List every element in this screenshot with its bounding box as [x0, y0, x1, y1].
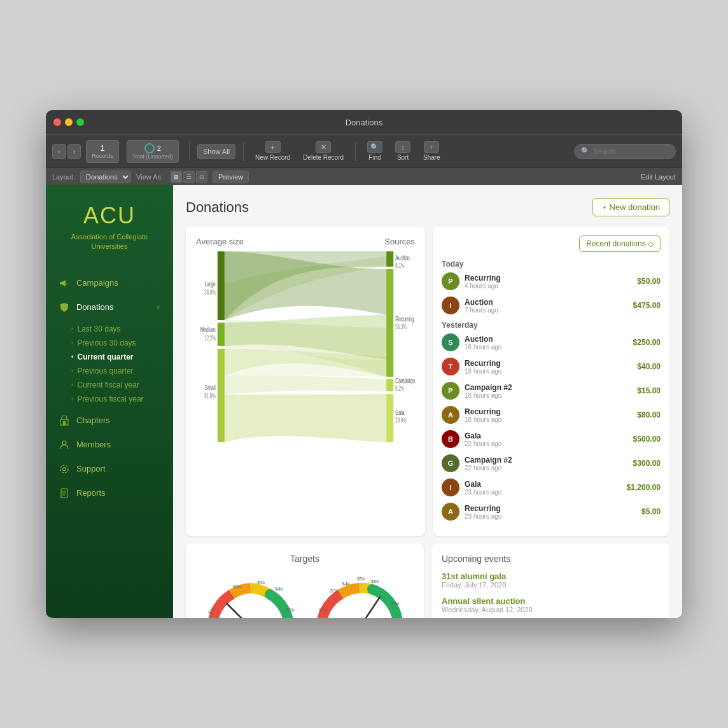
- donation-type: Recurring: [465, 407, 632, 416]
- minimize-btn[interactable]: [65, 118, 73, 126]
- sidebar-item-members[interactable]: Members: [46, 433, 173, 457]
- avatar: I: [442, 297, 459, 314]
- view-icons: ⊞ ☰ ⊟: [171, 171, 207, 183]
- submenu-label: Last 30 days: [78, 325, 121, 333]
- svg-rect-15: [386, 394, 393, 442]
- event-item: 31st alumni gala Friday, July 17, 2020: [442, 571, 659, 589]
- recent-donations-card: Recent donations ◇ Today P Recurring 4 h…: [433, 227, 669, 536]
- donation-amount: $475.00: [633, 301, 661, 310]
- layout-select[interactable]: Donations: [80, 171, 131, 183]
- delete-record-action[interactable]: ✕ Delete Record: [299, 141, 347, 161]
- sidebar-item-campaigns[interactable]: Campaigns: [46, 271, 173, 295]
- sort-action[interactable]: ↕ Sort: [391, 141, 414, 161]
- donation-row: A Recurring 18 hours ago $80.00: [442, 406, 661, 424]
- donation-row: B Gala 22 hours ago $500.00: [442, 430, 661, 448]
- back-button[interactable]: ‹: [52, 144, 66, 159]
- avatar: P: [442, 272, 459, 290]
- view-grid-icon[interactable]: ⊞: [171, 171, 182, 183]
- svg-rect-11: [218, 349, 225, 442]
- search-icon: 🔍: [581, 147, 590, 155]
- support-label: Support: [76, 464, 106, 473]
- view-table-icon[interactable]: ⊟: [196, 171, 207, 183]
- svg-text:Gala: Gala: [395, 409, 405, 416]
- sidebar-item-reports[interactable]: Reports: [46, 481, 173, 505]
- recent-dropdown-button[interactable]: Recent donations ◇: [579, 235, 661, 252]
- find-action[interactable]: 🔍 Find: [363, 141, 386, 161]
- charts-row: Average size Sources: [186, 227, 669, 536]
- new-record-action[interactable]: ＋ New Record: [251, 141, 294, 161]
- donation-time: 23 hours ago: [465, 489, 622, 496]
- donation-row: P Recurring 4 hours ago $50.00: [442, 272, 661, 290]
- page-title: Donations: [186, 199, 249, 216]
- submenu-prev-fiscal[interactable]: Previous fiscal year: [71, 392, 173, 406]
- shield-icon: [59, 302, 70, 313]
- new-donation-button[interactable]: + New donation: [592, 198, 669, 216]
- sidebar-item-support[interactable]: Support: [46, 457, 173, 481]
- view-list-icon[interactable]: ☰: [183, 171, 195, 183]
- donation-time: 23 hours ago: [465, 513, 636, 520]
- svg-rect-10: [218, 323, 225, 346]
- sankey-chart: Large 36.0% Medium 12.2% Small 51.8% Auc…: [196, 251, 415, 442]
- donation-time: 22 hours ago: [465, 465, 628, 472]
- event-name[interactable]: Annual silent auction: [442, 596, 659, 606]
- show-all-button[interactable]: Show All: [197, 144, 235, 159]
- total-label: 2: [157, 144, 161, 152]
- share-action[interactable]: ↑ Share: [419, 141, 444, 161]
- sidebar-logo: ACU Association of CollegiateUniversitie…: [46, 198, 173, 265]
- submenu-current-fiscal[interactable]: Current fiscal year: [71, 378, 173, 392]
- edit-layout-button[interactable]: Edit Layout: [641, 173, 676, 181]
- donation-amount: $80.00: [637, 410, 661, 419]
- sidebar-item-donations[interactable]: Donations ∨: [46, 295, 173, 319]
- svg-text:Large: Large: [204, 280, 215, 288]
- search-box[interactable]: 🔍 Search: [574, 144, 676, 159]
- fullscreen-btn[interactable]: [76, 118, 84, 126]
- donations-label: Donations: [76, 302, 114, 312]
- find-label: Find: [368, 154, 381, 161]
- event-name[interactable]: 31st alumni gala: [442, 571, 659, 581]
- share-icon: ↑: [424, 141, 439, 153]
- nav-buttons: ‹ ›: [52, 144, 81, 159]
- donation-info: Gala 23 hours ago: [465, 480, 622, 496]
- svg-point-2: [62, 441, 66, 445]
- avatar: A: [442, 503, 459, 521]
- bottom-row: Targets: [186, 543, 669, 618]
- preview-button[interactable]: Preview: [213, 171, 249, 183]
- yesterday-label: Yesterday: [442, 321, 661, 330]
- donation-info: Campaign #2 22 hours ago: [465, 456, 628, 472]
- svg-text:Medium: Medium: [200, 326, 216, 333]
- donation-info: Recurring 18 hours ago: [465, 359, 632, 375]
- submenu-last30[interactable]: Last 30 days: [71, 322, 173, 336]
- traffic-lights: [53, 118, 84, 126]
- donation-type: Campaign #2: [465, 383, 632, 392]
- submenu-current-quarter[interactable]: Current quarter: [71, 350, 173, 364]
- svg-text:Auction: Auction: [395, 254, 409, 262]
- today-label: Today: [442, 260, 661, 269]
- donation-amount: $40.00: [637, 362, 661, 371]
- svg-text:$10k: $10k: [393, 617, 405, 618]
- donation-info: Gala 22 hours ago: [465, 431, 628, 447]
- svg-text:Recurring: Recurring: [395, 315, 414, 323]
- sidebar-item-chapters[interactable]: Chapters: [46, 409, 173, 433]
- svg-text:36.0%: 36.0%: [204, 288, 216, 296]
- person-icon: [59, 439, 70, 451]
- svg-text:$4k: $4k: [342, 581, 351, 587]
- avatar: P: [442, 382, 459, 400]
- donation-time: 18 hours ago: [465, 368, 632, 375]
- submenu-prev-quarter[interactable]: Previous quarter: [71, 364, 173, 378]
- window-title: Donations: [346, 118, 383, 127]
- svg-text:$8k: $8k: [391, 601, 400, 606]
- forward-button[interactable]: ›: [67, 144, 81, 159]
- donation-type: Recurring: [465, 504, 636, 513]
- svg-text:29.4%: 29.4%: [395, 416, 407, 424]
- donation-row: I Gala 23 hours ago $1,200.00: [442, 479, 661, 496]
- close-btn[interactable]: [53, 118, 61, 126]
- svg-text:8.1%: 8.1%: [395, 262, 404, 269]
- sidebar: ACU Association of CollegiateUniversitie…: [46, 185, 173, 618]
- logo-subtitle: Association of CollegiateUniversities: [59, 232, 160, 252]
- layoutbar: Layout: Donations View As: ⊞ ☰ ⊟ Preview…: [46, 167, 682, 185]
- gauge-svg-1: $0 $1k $2k $3k $4k $5k: [200, 570, 302, 618]
- submenu-prev30[interactable]: Previous 30 days: [71, 336, 173, 350]
- donation-row: A Recurring 23 hours ago $5.00: [442, 503, 661, 521]
- donation-time: 7 hours ago: [465, 307, 628, 314]
- donation-type: Recurring: [465, 274, 632, 283]
